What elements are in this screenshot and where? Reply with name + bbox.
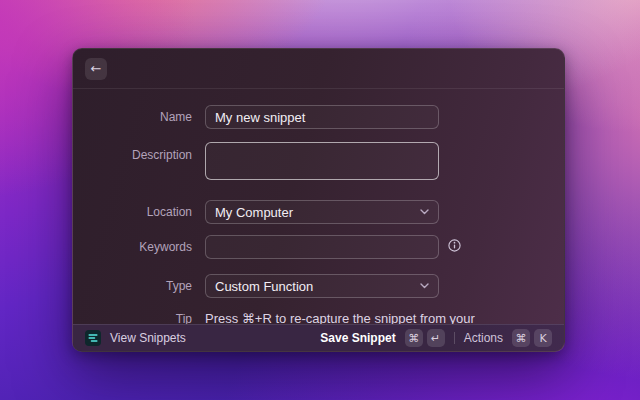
cmd-key-icon: ⌘ (512, 329, 530, 347)
tip-label: Tip (73, 312, 192, 325)
form-content: Name My new snippet Description Loc (73, 90, 564, 324)
keywords-label: Keywords (73, 240, 192, 254)
return-key-icon: ↵ (427, 329, 445, 347)
name-input[interactable]: My new snippet (205, 105, 439, 129)
back-button[interactable]: ← (85, 58, 107, 80)
description-textarea[interactable] (205, 142, 439, 180)
window-header: ← (73, 49, 564, 89)
footer-divider (454, 332, 455, 344)
footer-context: View Snippets (85, 330, 186, 346)
snippets-list-icon (85, 330, 101, 346)
location-label: Location (73, 205, 192, 219)
name-label: Name (73, 110, 192, 124)
save-snippet-button[interactable]: Save Snippet ⌘ ↵ (320, 329, 444, 347)
desktop-wallpaper: ← Name My new snippet Description (0, 0, 640, 400)
create-snippet-window: ← Name My new snippet Description (72, 48, 565, 352)
type-select[interactable]: Custom Function (205, 274, 439, 298)
form-row-type: Type Custom Function (73, 274, 439, 298)
keywords-input[interactable] (205, 235, 439, 259)
form-row-description: Description (73, 142, 439, 180)
footer-actions: Save Snippet ⌘ ↵ Actions ⌘ K (320, 329, 552, 347)
chevron-down-icon (420, 283, 429, 289)
form-row-keywords: Keywords (73, 235, 461, 259)
actions-button[interactable]: Actions ⌘ K (464, 329, 552, 347)
location-select[interactable]: My Computer (205, 200, 439, 224)
form-row-name: Name My new snippet (73, 105, 439, 129)
save-snippet-label: Save Snippet (320, 331, 395, 345)
form-row-tip: Tip Press ⌘+R to re-capture the snippet … (73, 311, 475, 324)
form-row-location: Location My Computer (73, 200, 439, 224)
k-key: K (534, 329, 552, 347)
actions-label: Actions (464, 331, 503, 345)
view-snippets-label: View Snippets (110, 331, 186, 345)
name-value: My new snippet (215, 110, 305, 125)
description-label: Description (73, 148, 192, 162)
footer-bar: View Snippets Save Snippet ⌘ ↵ Actions ⌘… (73, 324, 564, 351)
tip-text: Press ⌘+R to re-capture the snippet from… (205, 311, 475, 324)
keywords-info-button[interactable] (448, 239, 461, 255)
location-value: My Computer (215, 205, 293, 220)
cmd-key-icon: ⌘ (405, 329, 423, 347)
type-label: Type (73, 279, 192, 293)
chevron-down-icon (420, 209, 429, 215)
info-circle-icon (448, 239, 461, 255)
type-value: Custom Function (215, 279, 313, 294)
